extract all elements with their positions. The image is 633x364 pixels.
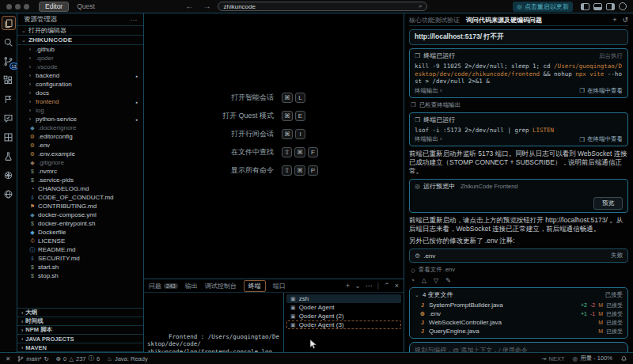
view-in-terminal-link[interactable]: ❐ 在终端中查看 bbox=[579, 87, 623, 95]
remote-indicator[interactable]: ✕ bbox=[6, 355, 10, 362]
explorer-icon[interactable] bbox=[2, 16, 16, 30]
changed-file-row[interactable]: J WebSocketController.java M 已接受 bbox=[415, 318, 623, 327]
tab-output[interactable]: 输出 bbox=[185, 282, 198, 290]
preview-button[interactable]: 预览 bbox=[593, 197, 623, 210]
empty-editor[interactable]: 打开智能会话 ⌘ L 打开 Quest 模式 ⌘ E bbox=[144, 13, 404, 279]
tree-item[interactable]: › docs bbox=[17, 89, 143, 97]
terminal-list-item[interactable]: ▣ Qoder Agent bbox=[286, 303, 401, 312]
tree-item[interactable]: $ .service-pids bbox=[17, 176, 143, 184]
collapse-icon[interactable]: ⌄ bbox=[415, 292, 419, 298]
tree-item[interactable]: › configuration bbox=[17, 80, 143, 89]
changed-file-row[interactable]: ⚙ .env +1 -1 M 已接受 bbox=[415, 309, 623, 318]
testing-flask-icon[interactable] bbox=[2, 149, 16, 163]
chat-input-box[interactable]: ∞ 智能体 ⌄ 模型 ⌄ ▤ ◉ ❐ ✧ bbox=[409, 342, 628, 352]
tree-item[interactable]: $ stop.sh bbox=[17, 271, 143, 280]
new-chat-icon[interactable]: + bbox=[612, 16, 616, 24]
new-terminal-icon[interactable]: + bbox=[346, 282, 350, 290]
forward-icon[interactable]: → bbox=[200, 2, 213, 10]
back-icon[interactable]: ← bbox=[183, 2, 195, 10]
tree-item[interactable]: $ .nvmrc bbox=[17, 167, 143, 176]
tab-debug-console[interactable]: 调试控制台 bbox=[205, 282, 237, 290]
tree-item[interactable]: ◆ Dockerfile bbox=[17, 228, 143, 237]
terminal-list-item[interactable]: ▣ Qoder Agent (3) bbox=[286, 320, 401, 329]
restart-update-badge[interactable]: ◎ 点击重启以更新 bbox=[513, 2, 573, 12]
tree-item[interactable]: ⇩ CODE_OF_CONDUCT.md bbox=[17, 193, 143, 202]
retry-icon[interactable]: ◔ bbox=[411, 277, 415, 284]
tree-item[interactable]: ⇩ SECURITY.md bbox=[17, 254, 143, 263]
globe-icon[interactable] bbox=[2, 187, 16, 201]
tree-item[interactable]: $ docker-entrypoint.sh bbox=[17, 219, 143, 228]
maximize-window-icon[interactable] bbox=[24, 4, 29, 9]
chat-history-icon[interactable]: ↺ bbox=[622, 16, 628, 24]
run-debug-icon[interactable] bbox=[2, 92, 16, 106]
tree-item[interactable]: › .vscode bbox=[17, 63, 143, 71]
tree-item[interactable]: ⚙ .editorconfig bbox=[17, 132, 143, 141]
command-search[interactable]: ⌕ bbox=[218, 2, 427, 11]
chat-icon[interactable] bbox=[2, 111, 16, 125]
tree-item[interactable]: $ start.sh bbox=[17, 263, 143, 271]
tree-item[interactable]: ⓘ README.md bbox=[17, 245, 143, 254]
comment-icon[interactable]: ✎ bbox=[445, 277, 451, 284]
tree-item[interactable]: › log bbox=[17, 106, 143, 115]
terminal-dropdown-icon[interactable]: ⌄ bbox=[354, 282, 361, 290]
open-editors-section[interactable]: ⌄打开的编辑器 bbox=[17, 26, 143, 36]
terminal-list-item[interactable]: ▣ Qoder Agent (2) bbox=[286, 312, 401, 320]
tree-item[interactable]: ◆ docker-compose.yml bbox=[17, 210, 143, 219]
tree-item[interactable]: ◆ .dockerignore bbox=[17, 123, 143, 132]
customize-layout-icon[interactable] bbox=[619, 2, 627, 10]
java-status[interactable]: ♨Java: Ready bbox=[107, 355, 147, 362]
problems-indicator[interactable]: ⊗0 △237 ⓘ6 bbox=[56, 355, 100, 362]
sidebar-section[interactable]: ›大纲 bbox=[17, 309, 143, 317]
tree-item[interactable]: ⚑ CONTRIBUTING.md bbox=[17, 202, 143, 210]
tab-terminal[interactable]: 终端 bbox=[244, 280, 266, 292]
toggle-panel-icon[interactable] bbox=[593, 3, 602, 10]
project-root[interactable]: ⌄ZHIKUNCODE bbox=[17, 36, 143, 45]
search-input[interactable] bbox=[223, 3, 415, 10]
view-in-terminal-link[interactable]: ❐ 在终端中查看 bbox=[579, 135, 623, 143]
notifications-bell-icon[interactable] bbox=[620, 355, 627, 362]
close-window-icon[interactable] bbox=[6, 4, 12, 9]
tab-ports[interactable]: 端口 bbox=[273, 282, 286, 290]
toggle-left-sidebar-icon[interactable] bbox=[581, 3, 589, 10]
close-panel-icon[interactable]: × bbox=[395, 282, 399, 290]
terminal-output[interactable]: Frontend : /Users/guoqingtao/Desktop/dev… bbox=[144, 293, 283, 352]
chat-input[interactable] bbox=[415, 346, 623, 352]
extensions-icon[interactable] bbox=[2, 73, 16, 87]
terminal-list-item[interactable]: ▣ zsh bbox=[286, 294, 401, 303]
tree-item[interactable]: © LICENSE bbox=[17, 237, 143, 245]
toggle-right-sidebar-icon[interactable] bbox=[606, 3, 615, 10]
maximize-panel-icon[interactable]: ⌃ bbox=[384, 282, 390, 290]
tab-quest[interactable]: Quest bbox=[74, 2, 98, 10]
terminal-output-link[interactable]: 终端输出 › bbox=[415, 87, 442, 95]
tab-problems[interactable]: 问题 243 bbox=[149, 282, 178, 290]
panel-more-icon[interactable]: ⋯ bbox=[366, 282, 373, 290]
thumbs-up-icon[interactable]: △ bbox=[422, 277, 426, 284]
git-branch-indicator[interactable]: main* ↻ bbox=[17, 355, 48, 362]
view-file-link[interactable]: ◇ 查看文件 .env bbox=[409, 266, 628, 274]
more-actions-icon[interactable]: ⋯ bbox=[131, 16, 138, 24]
sidebar-section[interactable]: ›JAVA PROJECTS bbox=[17, 335, 143, 343]
thumbs-down-icon[interactable]: ▽ bbox=[434, 277, 438, 284]
tree-item[interactable]: ◆ .gitignore bbox=[17, 158, 143, 167]
sidebar-section[interactable]: ›MAVEN bbox=[17, 343, 143, 352]
grid-panel-icon[interactable] bbox=[2, 130, 16, 144]
chat-tab-previous[interactable]: 核心功能测试验证 bbox=[409, 16, 460, 25]
all-accepted-label[interactable]: 已接受 bbox=[605, 291, 624, 299]
chat-tab-current[interactable]: 询问代码来源及硬编码问题 bbox=[466, 16, 542, 25]
tree-item[interactable]: ⚙ .env.example bbox=[17, 150, 143, 158]
containers-icon[interactable] bbox=[2, 168, 16, 182]
sidebar-section[interactable]: ›NPM 脚本 bbox=[17, 326, 143, 335]
window-controls[interactable] bbox=[6, 4, 29, 9]
tree-item[interactable]: › frontend ● bbox=[17, 97, 143, 106]
changed-file-row[interactable]: J QueryEngine.java M 已接受 bbox=[415, 327, 623, 336]
tree-item[interactable]: › backend ● bbox=[17, 71, 143, 80]
tab-editor[interactable]: Editor bbox=[39, 2, 69, 12]
next-edit-indicator[interactable]: ⇥NEXT bbox=[541, 355, 564, 362]
sync-icon[interactable]: ↻ bbox=[44, 355, 48, 362]
source-control-icon[interactable]: 13 bbox=[2, 54, 16, 68]
tree-item[interactable]: ⚙ .env bbox=[17, 141, 143, 150]
tree-item[interactable]: ◔ CHANGELOG.md bbox=[17, 184, 143, 193]
search-icon[interactable] bbox=[2, 35, 16, 49]
changed-file-row[interactable]: J SystemPromptBuilder.java +2 -2 M 已接受 bbox=[415, 301, 623, 309]
env-file-card[interactable]: ⚙ .env 失败 bbox=[409, 248, 628, 263]
